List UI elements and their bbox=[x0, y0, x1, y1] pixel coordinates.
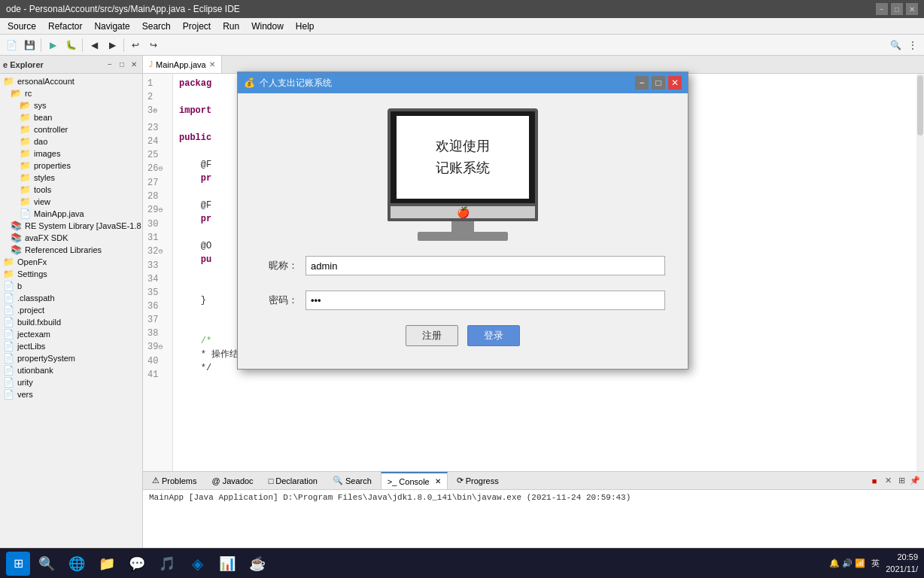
taskbar-clock[interactable]: 20:59 2021/11/ bbox=[886, 552, 918, 575]
office-taskbar-icon[interactable]: 📊 bbox=[214, 550, 241, 577]
chrome-taskbar-icon[interactable]: 🌐 bbox=[63, 550, 90, 577]
sidebar-collapse-icon[interactable]: − bbox=[105, 59, 115, 70]
editor-tab-mainapp[interactable]: J MainApp.java ✕ bbox=[143, 56, 222, 73]
bottom-tab-search[interactable]: 🔍 Search bbox=[327, 472, 378, 489]
tree-item-urity[interactable]: 📄 urity bbox=[0, 376, 142, 388]
tree-item-view[interactable]: 📁 view bbox=[0, 196, 142, 208]
clear-button[interactable]: ✕ bbox=[882, 475, 894, 487]
tree-item-vers[interactable]: 📄 vers bbox=[0, 388, 142, 400]
dialog-maximize-button[interactable]: □ bbox=[652, 76, 665, 90]
menu-refactor[interactable]: Refactor bbox=[44, 20, 87, 33]
undo-button[interactable]: ↩ bbox=[127, 37, 144, 53]
toolbar-sep1 bbox=[41, 38, 41, 52]
tree-label: b bbox=[17, 281, 22, 291]
tree-item-images[interactable]: 📁 images bbox=[0, 148, 142, 160]
menu-help[interactable]: Help bbox=[291, 20, 319, 33]
clock-date: 2021/11/ bbox=[886, 564, 918, 575]
debug-button[interactable]: 🐛 bbox=[62, 37, 79, 53]
vscode-taskbar-icon[interactable]: ◈ bbox=[184, 550, 211, 577]
tree-item-personalaccount[interactable]: 📁 ersonalAccount bbox=[0, 75, 142, 87]
search-toolbar-icon[interactable]: 🔍 bbox=[888, 38, 903, 53]
editor-scrollbar[interactable] bbox=[916, 74, 924, 471]
tray-icons: 🔔 🔊 📶 bbox=[829, 558, 865, 568]
ime-indicator[interactable]: 英 bbox=[871, 558, 880, 569]
tree-label: MainApp.java bbox=[34, 209, 84, 218]
register-button[interactable]: 注册 bbox=[406, 325, 458, 346]
tree-item-styles[interactable]: 📁 styles bbox=[0, 172, 142, 184]
monitor-line1: 欢迎使用 bbox=[436, 138, 490, 154]
minimize-button[interactable]: − bbox=[876, 3, 888, 15]
tree-label: view bbox=[34, 197, 50, 206]
file-icon: 📄 bbox=[3, 389, 14, 400]
bottom-tab-progress[interactable]: ⟳ Progress bbox=[451, 472, 505, 489]
password-input[interactable] bbox=[305, 291, 665, 310]
tree-item-tools[interactable]: 📁 tools bbox=[0, 184, 142, 196]
tree-label: utionbank bbox=[17, 366, 53, 375]
tree-item-buildfx[interactable]: 📄 build.fxbuild bbox=[0, 316, 142, 328]
tree-item-jectlibs[interactable]: 📄 jectLibs bbox=[0, 340, 142, 352]
bottom-tab-problems[interactable]: ⚠ Problems bbox=[146, 472, 202, 489]
tree-item-javafx[interactable]: 📚 avaFX SDK bbox=[0, 232, 142, 244]
options-button[interactable]: ⋮ bbox=[904, 37, 921, 53]
bottom-tab-declaration[interactable]: □ Declaration bbox=[263, 472, 324, 489]
search-taskbar-button[interactable]: 🔍 bbox=[33, 550, 60, 577]
close-button[interactable]: ✕ bbox=[906, 3, 918, 15]
save-button[interactable]: 💾 bbox=[21, 37, 38, 53]
tree-item-reflibs[interactable]: 📚 Referenced Libraries bbox=[0, 244, 142, 256]
file-explorer-taskbar-icon[interactable]: 📁 bbox=[93, 550, 120, 577]
menu-search[interactable]: Search bbox=[138, 20, 175, 33]
pin-button[interactable]: 📌 bbox=[909, 475, 921, 487]
maximize-button[interactable]: □ bbox=[891, 3, 903, 15]
run-button[interactable]: ▶ bbox=[44, 37, 61, 53]
file-icon: 📄 bbox=[3, 317, 14, 327]
sidebar-close-icon[interactable]: ✕ bbox=[129, 59, 139, 70]
scroll-thumb[interactable] bbox=[917, 75, 923, 135]
tree-item-jectexam[interactable]: 📄 jectexam bbox=[0, 328, 142, 340]
tree-item-classpath[interactable]: 📄 .classpath bbox=[0, 292, 142, 304]
tab-close-icon[interactable]: ✕ bbox=[209, 60, 215, 68]
tree-item-properties[interactable]: 📁 properties bbox=[0, 160, 142, 172]
nickname-input[interactable] bbox=[305, 256, 665, 275]
java-taskbar-icon[interactable]: ☕ bbox=[244, 550, 271, 577]
tree-item-propertysystem[interactable]: 📄 propertySystem bbox=[0, 352, 142, 364]
monitor-stand-neck bbox=[451, 221, 474, 232]
menu-project[interactable]: Project bbox=[178, 20, 215, 33]
tree-item-controller[interactable]: 📁 controller bbox=[0, 123, 142, 135]
music-taskbar-icon[interactable]: 🎵 bbox=[153, 550, 181, 577]
dialog-close-button[interactable]: ✕ bbox=[668, 76, 682, 90]
bottom-tab-javadoc[interactable]: @ Javadoc bbox=[205, 472, 259, 489]
scroll-lock-button[interactable]: ⊞ bbox=[895, 475, 907, 487]
forward-button[interactable]: ▶ bbox=[104, 37, 120, 53]
stop-button[interactable]: ■ bbox=[868, 475, 880, 487]
dialog-minimize-button[interactable]: − bbox=[635, 76, 649, 90]
login-button[interactable]: 登录 bbox=[467, 325, 520, 346]
tree-item-sys[interactable]: 📂 sys bbox=[0, 99, 142, 111]
tree-item-jre[interactable]: 📚 RE System Library [JavaSE-1.8 bbox=[0, 220, 142, 232]
tree-item-openfx[interactable]: 📁 OpenFx bbox=[0, 256, 142, 268]
console-close-icon[interactable]: ✕ bbox=[435, 477, 441, 485]
chat-taskbar-icon[interactable]: 💬 bbox=[123, 550, 150, 577]
bottom-tab-console[interactable]: >_ Console ✕ bbox=[381, 472, 448, 489]
tree-item-utionbank[interactable]: 📄 utionbank bbox=[0, 364, 142, 376]
menu-bar: Source Refactor Navigate Search Project … bbox=[0, 18, 924, 35]
tree-item-b[interactable]: 📄 b bbox=[0, 280, 142, 292]
menu-run[interactable]: Run bbox=[218, 20, 244, 33]
file-icon: 📄 bbox=[3, 305, 14, 315]
new-button[interactable]: 📄 bbox=[3, 37, 20, 53]
menu-source[interactable]: Source bbox=[3, 20, 41, 33]
javadoc-icon: @ bbox=[211, 476, 220, 485]
tree-label: jectLibs bbox=[17, 342, 45, 351]
redo-button[interactable]: ↪ bbox=[145, 37, 162, 53]
menu-navigate[interactable]: Navigate bbox=[90, 20, 134, 33]
tree-item-bean[interactable]: 📁 bean bbox=[0, 111, 142, 123]
back-button[interactable]: ◀ bbox=[86, 37, 102, 53]
tree-item-settings[interactable]: 📁 Settings bbox=[0, 268, 142, 280]
tree-item-project[interactable]: 📄 .project bbox=[0, 304, 142, 316]
tree-item-dao[interactable]: 📁 dao bbox=[0, 135, 142, 148]
tree-item-src[interactable]: 📂 rc bbox=[0, 87, 142, 99]
tree-item-mainapp[interactable]: 📄 MainApp.java bbox=[0, 208, 142, 220]
start-button[interactable]: ⊞ bbox=[6, 552, 30, 576]
folder-icon: 📁 bbox=[3, 257, 14, 267]
menu-window[interactable]: Window bbox=[247, 20, 288, 33]
sidebar-max-icon[interactable]: □ bbox=[117, 59, 127, 70]
